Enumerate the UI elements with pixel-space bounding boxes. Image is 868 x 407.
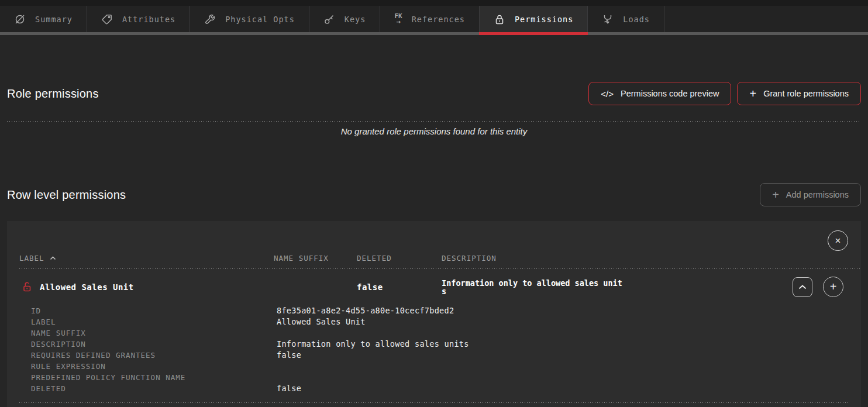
lock-icon xyxy=(494,13,505,25)
add-row-permission-button[interactable]: + xyxy=(823,277,843,297)
detail-row-rule-expression: RULE EXPRESSION xyxy=(31,361,849,372)
plus-icon: + xyxy=(772,189,779,201)
tab-label: Attributes xyxy=(122,15,175,24)
row-level-permissions-panel: × LABEL NAME SUFFIX xyxy=(7,221,861,407)
tab-attributes[interactable]: Attributes xyxy=(87,6,190,32)
tab-label: Physical Opts xyxy=(225,15,295,24)
detail-row-predefined-policy-function-name: PREDEFINED POLICY FUNCTION NAME xyxy=(31,372,849,383)
row-level-permissions-section: Row level permissions + Add permissions … xyxy=(7,183,861,407)
tab-label: Keys xyxy=(345,15,366,24)
detail-value: Allowed Sales Unit xyxy=(277,316,849,327)
tab-label: Summary xyxy=(35,15,73,24)
tab-label: Permissions xyxy=(515,15,573,24)
close-panel-button[interactable]: × xyxy=(828,230,848,251)
column-header-text: DESCRIPTION xyxy=(442,254,497,263)
column-header-description[interactable]: DESCRIPTION xyxy=(442,254,635,263)
tag-icon xyxy=(101,13,113,25)
row-detail-list: ID 8fe35a01-a8e2-4d55-a80e-10cecf7bded2 … xyxy=(19,305,849,402)
tab-label: References xyxy=(412,15,465,24)
merge-icon xyxy=(602,13,614,25)
detail-value xyxy=(277,372,849,383)
collapse-row-button[interactable] xyxy=(793,277,812,297)
tab-loads[interactable]: Loads xyxy=(588,6,664,32)
grant-role-permissions-button[interactable]: + Grant role permissions xyxy=(737,82,861,105)
column-header-text: LABEL xyxy=(19,254,44,263)
key-icon xyxy=(323,13,335,25)
column-header-text: DELETED xyxy=(357,254,392,263)
column-header-text: NAME SUFFIX xyxy=(274,254,329,263)
role-permissions-actions: </> Permissions code preview + Grant rol… xyxy=(588,82,861,105)
table-row[interactable]: Allowed Sales Unit false Information onl… xyxy=(19,269,861,304)
detail-value: false xyxy=(277,383,849,394)
wrench-icon xyxy=(204,13,216,25)
detail-value xyxy=(277,361,849,372)
entity-detail-screen: Summary Attributes Physical Opts xyxy=(0,0,868,407)
permissions-content: Role permissions </> Permissions code pr… xyxy=(0,82,868,407)
plus-icon: + xyxy=(830,280,837,294)
detail-key: LABEL xyxy=(31,316,277,327)
code-icon: </> xyxy=(601,89,614,99)
tab-summary[interactable]: Summary xyxy=(0,6,87,32)
button-label: Add permissions xyxy=(786,190,849,199)
section-divider xyxy=(7,121,861,122)
detail-value xyxy=(277,327,849,339)
detail-row-label: LABEL Allowed Sales Unit xyxy=(31,316,849,327)
row-label-cell: Allowed Sales Unit xyxy=(19,281,274,292)
summary-icon xyxy=(14,13,26,25)
role-permissions-section: Role permissions </> Permissions code pr… xyxy=(7,82,861,136)
empty-state-message: No granted role permissions found for th… xyxy=(7,126,861,136)
foreign-key-icon: FK → xyxy=(394,13,402,25)
tab-bar: Summary Attributes Physical Opts xyxy=(0,6,868,32)
table-header-row: LABEL NAME SUFFIX DELETED xyxy=(19,221,861,268)
column-header-name-suffix[interactable]: NAME SUFFIX xyxy=(274,254,357,263)
tab-physical-opts[interactable]: Physical Opts xyxy=(190,6,309,32)
permissions-code-preview-button[interactable]: </> Permissions code preview xyxy=(588,82,731,105)
detail-key: NAME SUFFIX xyxy=(31,327,277,339)
add-permissions-button[interactable]: + Add permissions xyxy=(760,183,861,206)
detail-key: DESCRIPTION xyxy=(31,339,277,350)
detail-row-description: DESCRIPTION Information only to allowed … xyxy=(31,339,849,350)
chevron-up-icon xyxy=(798,285,807,289)
detail-key: RULE EXPRESSION xyxy=(31,361,277,372)
column-header-deleted[interactable]: DELETED xyxy=(357,254,442,263)
row-description: Information only to allowed sales units xyxy=(442,279,625,295)
row-deleted: false xyxy=(357,282,442,292)
open-lock-icon xyxy=(22,281,32,292)
active-tab-indicator xyxy=(479,32,588,35)
detail-row-id: ID 8fe35a01-a8e2-4d55-a80e-10cecf7bded2 xyxy=(31,305,849,316)
detail-key: REQUIRES DEFINED GRANTEES xyxy=(31,350,277,361)
detail-value: Information only to allowed sales units xyxy=(277,339,849,350)
detail-key: ID xyxy=(31,305,277,316)
sort-ascending-icon xyxy=(50,256,56,260)
tab-keys[interactable]: Keys xyxy=(309,6,381,32)
plus-icon: + xyxy=(749,88,756,99)
button-label: Grant role permissions xyxy=(763,89,849,98)
detail-row-name-suffix: NAME SUFFIX xyxy=(31,327,849,339)
detail-row-requires-defined-grantees: REQUIRES DEFINED GRANTEES false xyxy=(31,350,849,361)
row-actions: + xyxy=(635,277,861,297)
close-icon: × xyxy=(835,235,841,247)
detail-key: DELETED xyxy=(31,383,277,394)
fk-icon-arrow: → xyxy=(396,19,400,25)
row-level-permissions-title: Row level permissions xyxy=(7,188,126,202)
tab-bar-divider xyxy=(0,32,868,35)
detail-value: 8fe35a01-a8e2-4d55-a80e-10cecf7bded2 xyxy=(277,305,849,316)
row-label: Allowed Sales Unit xyxy=(40,282,134,292)
detail-row-deleted: DELETED false xyxy=(31,383,849,394)
row-bottom-divider xyxy=(19,402,849,403)
role-permissions-title: Role permissions xyxy=(7,87,99,101)
tab-references[interactable]: FK → References xyxy=(380,6,480,32)
column-header-label[interactable]: LABEL xyxy=(19,254,274,263)
detail-key: PREDEFINED POLICY FUNCTION NAME xyxy=(31,372,277,383)
tab-permissions[interactable]: Permissions xyxy=(480,6,588,32)
tab-label: Loads xyxy=(623,15,650,24)
button-label: Permissions code preview xyxy=(621,89,719,98)
detail-value: false xyxy=(277,350,849,361)
window-top-strip xyxy=(0,0,868,6)
